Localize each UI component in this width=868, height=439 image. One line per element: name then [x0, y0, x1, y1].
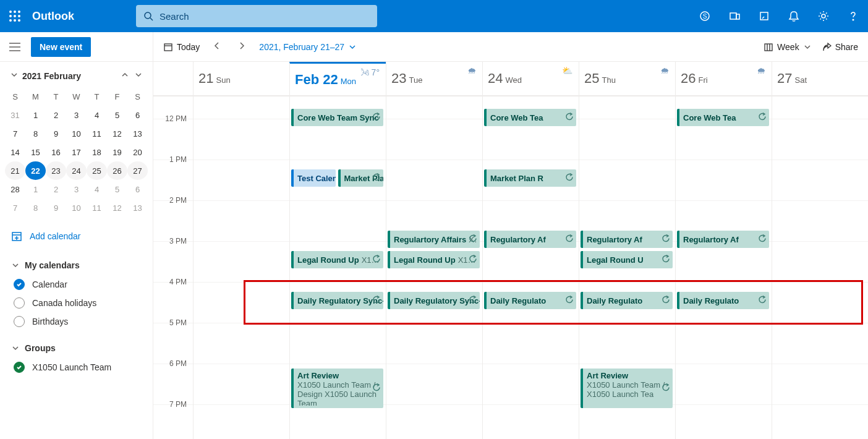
calendar-event[interactable]: Core Web Tea [484, 109, 576, 126]
calendar-event[interactable]: Legal Round UpX1050 L [388, 251, 480, 268]
mini-cal-day[interactable]: 12 [107, 198, 127, 217]
view-switcher[interactable]: Week [764, 42, 812, 52]
day-column[interactable] [772, 96, 868, 439]
mini-cal-day[interactable]: 16 [46, 143, 66, 161]
next-week-icon[interactable] [234, 38, 249, 55]
calendar-event[interactable]: Test Calendar [291, 169, 336, 187]
mini-cal-day[interactable]: 5 [107, 106, 127, 124]
groups-header[interactable]: Groups [11, 338, 142, 358]
mini-cal-day[interactable]: 2 [46, 180, 66, 198]
mini-cal-day[interactable]: 5 [107, 180, 127, 198]
mini-cal-day[interactable]: 6 [127, 180, 148, 198]
add-calendar-button[interactable]: Add calendar [0, 222, 153, 250]
day-column[interactable]: Core Web TeaRegulartory AfDaily Regulato [675, 96, 772, 439]
mini-cal-day[interactable]: 10 [66, 198, 87, 217]
mini-cal-day[interactable]: 4 [87, 106, 107, 124]
mini-cal-day[interactable]: 25 [87, 161, 107, 180]
mini-cal-day[interactable]: 22 [25, 161, 46, 180]
calendar-item[interactable]: Canada holidays [11, 294, 142, 312]
next-month-icon[interactable] [134, 70, 143, 81]
mini-cal-day[interactable]: 23 [46, 161, 66, 180]
mini-cal-day[interactable]: 15 [25, 143, 46, 161]
mini-cal-day[interactable]: 24 [66, 161, 87, 180]
bell-icon[interactable] [779, 0, 809, 32]
search-input[interactable] [160, 11, 370, 22]
gear-icon[interactable] [809, 0, 838, 32]
mini-cal-day[interactable]: 1 [25, 180, 46, 198]
calendar-event[interactable]: Regulartory AffairsX1050 [388, 231, 480, 248]
calendar-event[interactable]: Core Web Team SyncX1050 L [291, 109, 383, 126]
mini-cal-day[interactable]: 26 [107, 161, 127, 180]
mini-cal-day[interactable]: 9 [46, 124, 66, 143]
mini-cal-day[interactable]: 8 [25, 198, 46, 217]
calendar-event[interactable]: Daily Regulatory Sync-U [388, 292, 480, 309]
share-button[interactable]: Share [822, 42, 858, 52]
day-header[interactable]: 23Tue🌧 [386, 62, 482, 95]
day-header[interactable]: 25Thu🌧 [579, 62, 675, 95]
mini-cal-day[interactable]: 1 [25, 106, 46, 124]
mini-cal-day[interactable]: 14 [5, 143, 25, 161]
calendar-event[interactable]: Regulartory Af [677, 231, 769, 248]
today-button[interactable]: Today [163, 42, 200, 52]
mini-cal-day[interactable]: 18 [87, 143, 107, 161]
date-range-picker[interactable]: 2021, February 21–27 [259, 42, 357, 52]
my-calendars-header[interactable]: My calendars [11, 255, 142, 275]
help-icon[interactable] [838, 0, 868, 32]
mini-cal-day[interactable]: 8 [25, 124, 46, 143]
prev-week-icon[interactable] [210, 38, 224, 55]
mini-cal-day[interactable]: 11 [87, 198, 107, 217]
search-box[interactable] [136, 5, 377, 27]
calendar-event[interactable]: Art ReviewX1050 Launch Team / X1050 Laun… [581, 369, 673, 408]
mini-cal-day[interactable]: 13 [127, 198, 148, 217]
calendar-event[interactable]: Market Plan R [484, 169, 576, 187]
day-column[interactable]: Core Web TeaMarket Plan RRegulartory AfD… [482, 96, 579, 439]
day-header[interactable]: 21Sun [193, 62, 289, 95]
day-column[interactable] [193, 96, 289, 439]
teams-icon[interactable] [720, 0, 749, 32]
day-header[interactable]: 27Sat [772, 62, 868, 95]
mini-cal-day[interactable]: 17 [66, 143, 87, 161]
mini-cal-day[interactable]: 27 [127, 161, 148, 180]
mini-cal-day[interactable]: 3 [66, 180, 87, 198]
day-header[interactable]: Feb 22Mon🌬 7° [289, 62, 386, 95]
mini-cal-day[interactable]: 31 [5, 106, 25, 124]
mini-cal-day[interactable]: 21 [5, 161, 25, 180]
notes-icon[interactable] [749, 0, 779, 32]
day-header[interactable]: 24Wed⛅ [482, 62, 579, 95]
day-column[interactable]: Regulartory AfLegal Round UDaily Regulat… [579, 96, 675, 439]
calendar-event[interactable]: Daily Regulato [484, 292, 576, 309]
skype-icon[interactable]: S [690, 0, 720, 32]
prev-month-icon[interactable] [121, 70, 129, 81]
calendar-event[interactable]: Daily Regulato [677, 292, 769, 309]
mini-cal-day[interactable]: 12 [107, 124, 127, 143]
calendar-toggle[interactable] [14, 297, 25, 309]
mini-cal-day[interactable]: 7 [5, 124, 25, 143]
calendar-item[interactable]: Calendar [11, 275, 142, 294]
calendar-event[interactable]: Art ReviewX1050 Launch Team / Design X10… [291, 369, 383, 408]
hamburger-icon[interactable] [6, 43, 23, 51]
day-header[interactable]: 26Fri🌧 [675, 62, 772, 95]
mini-cal-day[interactable]: 19 [107, 143, 127, 161]
calendar-item[interactable]: X1050 Launch Team [11, 358, 142, 377]
day-column[interactable]: Regulartory AffairsX1050Legal Round UpX1… [386, 96, 482, 439]
mini-cal-day[interactable]: 11 [87, 124, 107, 143]
calendar-toggle[interactable] [14, 279, 25, 290]
day-column[interactable]: Core Web Team SyncX1050 LTest CalendarMa… [289, 96, 386, 439]
mini-cal-day[interactable]: 4 [87, 180, 107, 198]
mini-cal-day[interactable]: 7 [5, 198, 25, 217]
calendar-event[interactable]: Legal Round U [581, 251, 673, 268]
calendar-event[interactable]: Market Plan [338, 169, 384, 187]
mini-cal-day[interactable]: 20 [127, 143, 148, 161]
calendar-event[interactable]: Regulartory Af [484, 231, 576, 248]
calendar-event[interactable]: Legal Round UpX1050 Launch [291, 251, 383, 268]
mini-cal-day[interactable]: 6 [127, 106, 148, 124]
mini-cal-day[interactable]: 28 [5, 180, 25, 198]
month-collapse-icon[interactable] [10, 70, 19, 81]
mini-cal-day[interactable]: 3 [66, 106, 87, 124]
calendar-toggle[interactable] [14, 316, 25, 327]
new-event-button[interactable]: New event [31, 37, 91, 57]
calendar-event[interactable]: Core Web Tea [677, 109, 769, 126]
calendar-item[interactable]: Birthdays [11, 312, 142, 331]
mini-cal-day[interactable]: 9 [46, 198, 66, 217]
calendar-event[interactable]: Regulartory Af [581, 231, 673, 248]
